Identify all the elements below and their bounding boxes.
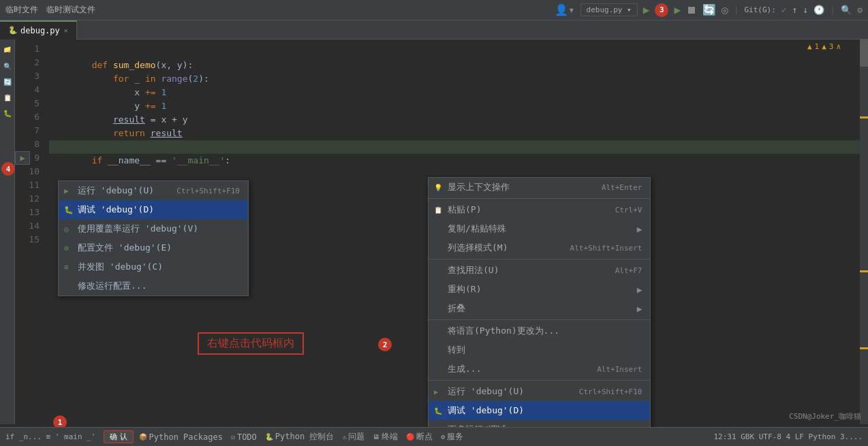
ctx-right-change-lang[interactable]: 将语言(Python)更改为... xyxy=(429,321,650,340)
gutter-icon-3[interactable]: 🔄 xyxy=(3,78,12,86)
ctx-right-sc-10: Alt+Insert xyxy=(597,365,642,374)
git-arrow-down[interactable]: ↓ xyxy=(803,5,809,15)
badge-2-container: 2 xyxy=(378,338,392,351)
code-line-8: if __name__ == '__main__': xyxy=(49,140,860,154)
arrow-icon-6: ▶ xyxy=(637,285,642,295)
todo-label: TODO xyxy=(237,432,257,442)
badge-3: 3 xyxy=(655,3,668,17)
ctx-right-fold[interactable]: 折叠 ▶ xyxy=(429,299,650,318)
run-icon: ▶ xyxy=(20,153,25,163)
expand-icon[interactable]: ∧ xyxy=(836,42,841,51)
debug-run-button[interactable]: ▶ xyxy=(674,3,681,16)
status-right: 12:31 GBK UTF-8 4 LF Python 3.... xyxy=(713,432,863,441)
python-packages-tab[interactable]: 📦 Python Packages xyxy=(136,432,226,442)
ctx-right-run2[interactable]: ▶ 运行 'debug'(U) Ctrl+Shift+F10 xyxy=(429,382,650,401)
run-line-button[interactable]: ▶ xyxy=(15,151,30,165)
search-icon[interactable]: 🔍 xyxy=(841,5,852,15)
terminal-tab[interactable]: 🖥 终端 xyxy=(370,431,401,443)
todo-tab[interactable]: ☑ TODO xyxy=(228,432,260,442)
menu-sep-4 xyxy=(429,380,650,381)
git-check[interactable]: ✓ xyxy=(781,5,787,15)
breakpoints-icon: 🔴 xyxy=(406,433,414,441)
toolbar-separator2: | xyxy=(830,5,835,15)
bulb-icon: 💡 xyxy=(434,184,442,191)
todo-icon: ☑ xyxy=(231,433,235,441)
ctx-right-label-9: 转到 xyxy=(448,344,465,356)
python-packages-icon: 📦 xyxy=(139,433,147,441)
coverage-button[interactable]: ◎ xyxy=(722,3,728,16)
git-arrow-up[interactable]: ↑ xyxy=(792,5,798,15)
tab-close[interactable]: ✕ xyxy=(64,27,68,34)
menu-sep-1 xyxy=(429,198,650,199)
scrollbar-vertical[interactable] xyxy=(860,39,868,424)
debug-prefix-icon: 🐛 xyxy=(64,206,74,214)
badge-2: 2 xyxy=(378,338,392,351)
breakpoints-label: 断点 xyxy=(416,431,433,443)
python-console-tab[interactable]: 🐍 Python 控制台 xyxy=(262,431,337,443)
run-config-dropdown[interactable]: debug.py ▾ xyxy=(580,3,638,16)
menu-temp[interactable]: 临时测试文件 xyxy=(46,4,95,16)
ctx-left-config[interactable]: ⚙ 配置文件 'debug'(E) xyxy=(59,238,248,257)
scrollbar-thumb[interactable] xyxy=(860,39,868,67)
warning-count-1: 1 xyxy=(815,42,820,51)
terminal-icon: 🖥 xyxy=(373,433,379,441)
gutter-icon-1[interactable]: 📁 xyxy=(3,46,11,54)
git-history[interactable]: 🕐 xyxy=(813,5,824,15)
debug-icon-2: 🐛 xyxy=(434,407,442,415)
git-label: Git(G): xyxy=(745,5,776,14)
ctx-right-debug2[interactable]: 🐛 调试 'debug'(D) xyxy=(429,401,650,420)
toolbar-right: 👤▾ debug.py ▾ ▶ 3 ▶ ⏹ 🔄 ◎ | Git(G): ✓ ↑ … xyxy=(555,3,863,17)
ctx-right-find-usage[interactable]: 查找用法(U) Alt+F7 xyxy=(429,261,650,280)
ctx-right-refactor[interactable]: 重构(R) ▶ xyxy=(429,280,650,299)
ctx-left-modify-config[interactable]: 修改运行配置... xyxy=(59,276,248,296)
services-tab[interactable]: ⚙ 服务 xyxy=(438,431,466,443)
confirm-button[interactable]: 确 认 xyxy=(104,430,133,443)
menu-bar: 临时文件 临时测试文件 xyxy=(5,4,104,16)
config-prefix-icon: ⚙ xyxy=(64,244,69,253)
tab-debug-py[interactable]: 🐍 debug.py ✕ xyxy=(0,20,77,39)
gutter-icon-5[interactable]: 🐛 xyxy=(3,110,12,117)
ctx-left-modify-label: 修改运行配置... xyxy=(78,280,146,292)
user-icon[interactable]: 👤▾ xyxy=(555,3,575,16)
ctx-right-goto[interactable]: 转到 xyxy=(429,340,650,360)
problems-icon: ⚠ xyxy=(342,433,346,441)
problems-label: 问题 xyxy=(348,431,365,443)
ctx-left-coverage[interactable]: ◎ 使用覆盖率运行 'debug'(V) xyxy=(59,219,248,238)
ctx-right-col-select[interactable]: 列选择模式(M) Alt+Shift+Insert xyxy=(429,238,650,257)
python-console-label: Python 控制台 xyxy=(275,431,335,443)
menu-file[interactable]: 临时文件 xyxy=(5,4,38,16)
reload-button[interactable]: 🔄 xyxy=(702,3,716,16)
python-packages-label: Python Packages xyxy=(149,432,223,442)
gutter-icon-2[interactable]: 🔍 xyxy=(3,63,12,70)
toolbar-separator: | xyxy=(734,5,739,15)
python-console-icon: 🐍 xyxy=(265,433,273,441)
run-button[interactable]: ▶ xyxy=(643,3,650,16)
titlebar: 临时文件 临时测试文件 👤▾ debug.py ▾ ▶ 3 ▶ ⏹ 🔄 ◎ | … xyxy=(0,0,868,20)
menu-sep-2 xyxy=(429,259,650,259)
ctx-left-coverage-label: 使用覆盖率运行 'debug'(V) xyxy=(78,223,198,235)
code-line-1: def sum_demo(x, y): xyxy=(49,45,860,59)
code-line-4: y += 1 xyxy=(49,86,860,99)
annotation-box: 右键点击代码框内 xyxy=(198,332,304,355)
ctx-left-diagram[interactable]: ≡ 并发图 'debug'(C) xyxy=(59,257,248,276)
ctx-left-run[interactable]: ▶ 运行 'debug'(U) Ctrl+Shift+F10 xyxy=(59,181,248,200)
badge-4: 4 xyxy=(1,162,15,176)
gutter-icon-4[interactable]: 📋 xyxy=(3,94,12,101)
ctx-right-show-context[interactable]: 💡 显示上下文操作 Alt+Enter xyxy=(429,178,650,197)
stop-button[interactable]: ⏹ xyxy=(686,3,697,16)
ctx-left-config-label: 配置文件 'debug'(E) xyxy=(78,242,172,254)
statusbar: if _n... ≡ ' main _' 确 认 📦 Python Packag… xyxy=(0,427,868,446)
diagram-prefix-icon: ≡ xyxy=(64,263,69,272)
ctx-right-label-6: 重构(R) xyxy=(448,283,481,296)
ctx-right-copy-special[interactable]: 复制/粘贴特殊 ▶ xyxy=(429,219,650,238)
ctx-right-generate[interactable]: 生成... Alt+Insert xyxy=(429,360,650,379)
problems-tab[interactable]: ⚠ 问题 xyxy=(339,431,367,443)
breakpoints-tab[interactable]: 🔴 断点 xyxy=(403,431,435,443)
warning-indicator: ▲ 1 ▲ 3 ∧ xyxy=(807,42,841,51)
line-numbers: 1234567 89101112131415 xyxy=(15,39,44,246)
watermark-text: CSDN@Joker_咖啡猫 xyxy=(789,412,861,421)
settings-icon[interactable]: ⚙ xyxy=(857,5,863,15)
ctx-left-debug[interactable]: 🐛 调试 'debug'(D) xyxy=(59,200,248,219)
terminal-label: 终端 xyxy=(382,431,398,443)
ctx-right-paste[interactable]: 📋 粘贴(P) Ctrl+V xyxy=(429,200,650,219)
